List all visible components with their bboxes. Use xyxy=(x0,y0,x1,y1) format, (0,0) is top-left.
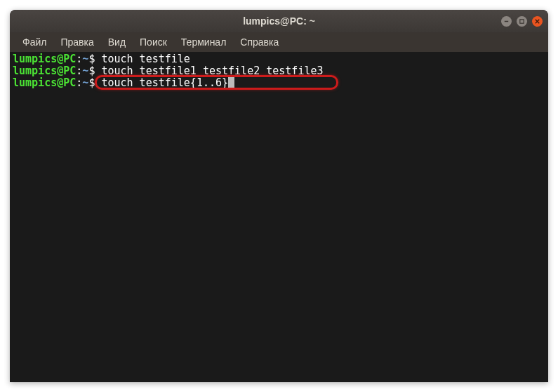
text-cursor xyxy=(228,77,234,88)
window-controls xyxy=(501,16,543,27)
menu-view[interactable]: Вид xyxy=(101,34,133,50)
prompt-colon: : xyxy=(76,65,82,77)
prompt-user: lumpics@PC xyxy=(13,76,76,89)
minimize-icon xyxy=(503,18,510,25)
menubar: Файл Правка Вид Поиск Терминал Справка xyxy=(10,32,548,52)
minimize-button[interactable] xyxy=(501,16,512,27)
menu-terminal[interactable]: Терминал xyxy=(174,34,233,50)
terminal-line: lumpics@PC:~$ touch testfile xyxy=(13,53,545,65)
prompt-colon: : xyxy=(76,53,82,65)
command-text: touch testfile1 testfile2 testfile3 xyxy=(101,65,323,77)
terminal-window: lumpics@PC: ~ Файл Правка Вид Поиск Терм… xyxy=(10,10,548,382)
terminal-body[interactable]: lumpics@PC:~$ touch testfile lumpics@PC:… xyxy=(10,52,548,382)
command-text: touch testfile{1..6} xyxy=(101,76,228,89)
maximize-icon xyxy=(519,18,525,25)
maximize-button[interactable] xyxy=(517,16,527,27)
menu-search[interactable]: Поиск xyxy=(133,34,174,50)
prompt-colon: : xyxy=(76,76,82,89)
command-text: touch testfile xyxy=(101,53,190,65)
terminal-line: lumpics@PC:~$ touch testfile1 testfile2 … xyxy=(13,65,545,77)
svg-rect-1 xyxy=(520,19,524,22)
terminal-line: lumpics@PC:~$ touch testfile{1..6} xyxy=(13,77,545,89)
menu-file[interactable]: Файл xyxy=(15,34,53,50)
titlebar: lumpics@PC: ~ xyxy=(10,10,548,32)
close-icon xyxy=(534,18,540,25)
close-button[interactable] xyxy=(532,16,543,27)
menu-edit[interactable]: Правка xyxy=(53,34,100,50)
prompt-user: lumpics@PC xyxy=(13,53,76,65)
window-title: lumpics@PC: ~ xyxy=(243,15,315,27)
prompt-user: lumpics@PC xyxy=(13,65,76,77)
menu-help[interactable]: Справка xyxy=(233,34,286,50)
